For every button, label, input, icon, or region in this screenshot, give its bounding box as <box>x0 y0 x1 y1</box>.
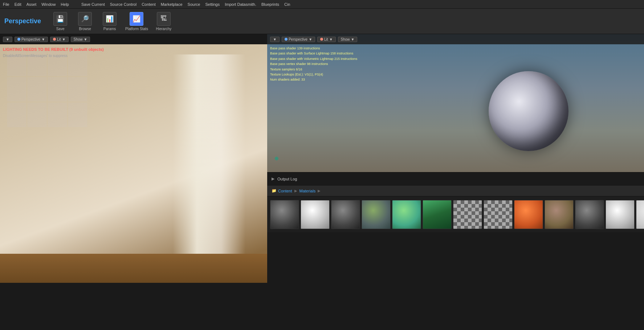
params-label: Params <box>103 27 116 31</box>
asset-thumb-10[interactable] <box>545 200 574 229</box>
menu-window[interactable]: Window <box>41 2 56 7</box>
lit-arrow: ▼ <box>62 37 66 41</box>
hierarchy-button[interactable]: 🏗 Hierarchy <box>155 12 173 31</box>
save-button[interactable]: 💾 Save <box>51 12 69 31</box>
breadcrumb-content: Content <box>278 189 292 193</box>
floor-surface <box>0 254 267 283</box>
menu-edit[interactable]: Edit <box>15 2 21 7</box>
menu-bar: File Edit Asset Window Help Save Current… <box>0 0 644 9</box>
second-vp-show[interactable]: Show ▼ <box>338 37 358 42</box>
second-vp-perspective[interactable]: Perspective ▼ <box>282 37 315 42</box>
breadcrumb-materials-label: Materials <box>299 189 316 193</box>
menu-save-current[interactable]: Save Current <box>81 2 105 7</box>
breadcrumb: 📁 Content ▶ Materials ▶ <box>267 185 644 196</box>
shader-stat-4: Base pass vertex shader 98 instructions <box>270 61 357 66</box>
output-log: ▶ Output Log <box>267 172 644 185</box>
app-logo: Perspective <box>4 17 41 25</box>
asset-thumb-13[interactable] <box>636 200 644 229</box>
left-vp-toolbar: ▼ Perspective ▼ Lit ▼ Show ▼ <box>0 34 267 44</box>
left-vp-show[interactable]: Show ▼ <box>71 37 90 42</box>
asset-thumb-11[interactable] <box>575 200 604 229</box>
menu-help[interactable]: Help <box>61 2 69 7</box>
params-button[interactable]: 📊 Params <box>101 12 119 31</box>
asset-thumb-8[interactable] <box>484 200 513 229</box>
browse-label: Browse <box>79 27 91 31</box>
lit-dot <box>53 38 56 41</box>
platform-stats-icon: 📈 <box>130 12 143 26</box>
second-perspective-dot <box>285 38 288 41</box>
asset-thumb-2[interactable] <box>301 200 330 229</box>
save-label: Save <box>56 27 65 31</box>
breadcrumb-sep1: ▶ <box>294 189 297 193</box>
folder-icon: 📁 <box>272 188 277 193</box>
platform-stats-button[interactable]: 📈 Platform Stats <box>125 12 148 31</box>
asset-strip <box>267 196 644 232</box>
second-lit-dot <box>320 38 323 41</box>
window-grid <box>7 52 87 204</box>
menu-import-datasmith[interactable]: Import Datasmith. <box>225 2 256 7</box>
right-area: Base pass shader 139 instructions Base p… <box>267 34 644 283</box>
second-perspective-arrow: ▼ <box>309 37 312 41</box>
left-vp-perspective[interactable]: Perspective ▼ <box>15 37 48 42</box>
asset-thumb-6[interactable] <box>423 200 452 229</box>
grid-cell <box>7 103 26 127</box>
curtain-overlay <box>173 54 245 283</box>
menu-blueprints[interactable]: Blueprints <box>261 2 279 7</box>
output-log-arrow[interactable]: ▶ <box>272 176 274 181</box>
second-show-arrow: ▼ <box>351 37 355 41</box>
grid-cell <box>68 77 87 102</box>
left-perspective-arrow: ▼ <box>41 37 45 41</box>
left-vp-collapse[interactable]: ▼ <box>3 37 12 42</box>
breadcrumb-sep2: ▶ <box>318 189 321 193</box>
asset-thumb-7[interactable] <box>453 200 482 229</box>
shader-stat-7: Num shaders added: 33 <box>270 77 357 82</box>
menu-asset[interactable]: Asset <box>27 2 37 7</box>
asset-thumb-3[interactable] <box>331 200 360 229</box>
left-vp-lit[interactable]: Lit ▼ <box>50 37 68 42</box>
menu-content[interactable]: Content <box>142 2 156 7</box>
asset-thumb-12[interactable] <box>606 200 635 229</box>
shader-stat-5: Texture samplers 6/16 <box>270 67 357 72</box>
grid-cell <box>48 52 67 76</box>
left-scene-viewport[interactable]: LIGHTING NEEDS TO BE REBUILT (9 unbuilt … <box>0 44 267 283</box>
shader-stats: Base pass shader 139 instructions Base p… <box>270 46 357 82</box>
hierarchy-label: Hierarchy <box>156 27 171 31</box>
grid-cell <box>68 52 87 76</box>
output-log-label: Output Log <box>277 177 297 181</box>
material-sphere <box>489 71 568 151</box>
left-show-label: Show <box>74 37 83 41</box>
shader-stat-2: Base pass shader with Surface Lightmap 1… <box>270 51 357 56</box>
grid-cell <box>48 103 67 127</box>
browse-button[interactable]: 🔎 Browse <box>76 12 94 31</box>
second-viewport[interactable]: Base pass shader 139 instructions Base p… <box>267 34 644 172</box>
main-layout: ▼ Perspective ▼ Lit ▼ Show ▼ LIGHTING NE… <box>0 34 644 283</box>
left-viewport-panel: ▼ Perspective ▼ Lit ▼ Show ▼ LIGHTING NE… <box>0 34 267 283</box>
asset-thumb-4[interactable] <box>362 200 391 229</box>
grid-cell <box>48 77 67 102</box>
second-vp-toolbar: ▼ Perspective ▼ Lit ▼ Show ▼ <box>267 34 644 44</box>
second-vp-collapse[interactable]: ▼ <box>270 37 280 42</box>
asset-thumb-9[interactable] <box>514 200 543 229</box>
grid-cell <box>28 103 46 127</box>
browse-icon: 🔎 <box>78 12 92 26</box>
second-vp-lit[interactable]: Lit ▼ <box>317 37 335 42</box>
save-icon: 💾 <box>53 12 67 26</box>
left-lit-label: Lit <box>57 37 61 41</box>
perspective-dot <box>17 38 20 41</box>
asset-thumb-5[interactable] <box>392 200 421 229</box>
menu-marketplace[interactable]: Marketplace <box>161 2 183 7</box>
shader-stat-1: Base pass shader 139 instructions <box>270 46 357 51</box>
grid-cell <box>28 52 46 76</box>
shader-stat-6: Texture Lookups (Est.): VS(1), PS(4) <box>270 72 357 77</box>
breadcrumb-materials[interactable]: Materials <box>299 189 316 193</box>
asset-thumb-1[interactable] <box>270 200 299 229</box>
shader-stat-3: Base pass shader with Volumetric Lightma… <box>270 56 357 61</box>
menu-source[interactable]: Source <box>188 2 200 7</box>
menu-source-control[interactable]: Source Control <box>110 2 136 7</box>
params-icon: 📊 <box>103 12 117 26</box>
center-right-col: Base pass shader 139 instructions Base p… <box>267 34 644 283</box>
breadcrumb-root[interactable]: 📁 Content <box>272 188 292 193</box>
menu-settings[interactable]: Settings <box>205 2 220 7</box>
menu-cin[interactable]: Cin <box>284 2 290 7</box>
menu-file[interactable]: File <box>3 2 9 7</box>
